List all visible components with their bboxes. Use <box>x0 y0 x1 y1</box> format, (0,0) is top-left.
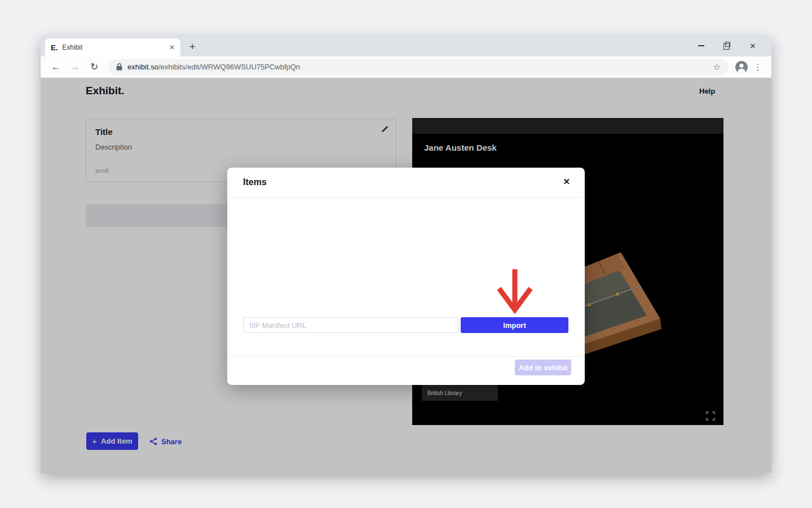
minimize-icon <box>698 45 704 46</box>
url-path: /exhibits/edit/WRWQ96WSUU75PCwbfpQn <box>158 63 300 71</box>
browser-toolbar: ← → ↻ exhibit.so/exhibits/edit/WRWQ96WSU… <box>41 56 771 78</box>
items-modal-header: Items ✕ <box>227 168 585 198</box>
browser-tab[interactable]: E. Exhibit ✕ <box>45 38 180 56</box>
new-tab-button[interactable]: + <box>184 38 201 55</box>
manifest-url-input[interactable] <box>243 317 458 333</box>
browser-menu-icon[interactable]: ⋮ <box>752 62 764 72</box>
bookmark-star-icon[interactable]: ☆ <box>713 62 721 72</box>
url-domain: exhibit.so <box>127 63 158 71</box>
tab-close-icon[interactable]: ✕ <box>169 43 175 51</box>
window-controls: ✕ <box>688 35 766 56</box>
address-bar[interactable]: exhibit.so/exhibits/edit/WRWQ96WSUU75PCw… <box>108 59 729 75</box>
url-text: exhibit.so/exhibits/edit/WRWQ96WSUU75PCw… <box>127 63 708 71</box>
window-restore-button[interactable] <box>714 35 740 56</box>
browser-window: E. Exhibit ✕ + ✕ ← → ↻ exhibit.so/exhibi… <box>41 35 771 473</box>
modal-close-icon[interactable]: ✕ <box>563 177 570 187</box>
tab-title: Exhibit <box>62 43 165 51</box>
items-modal-title: Items <box>243 177 267 187</box>
reload-button[interactable]: ↻ <box>87 61 102 73</box>
add-to-exhibit-button[interactable]: Add to exhibit <box>515 360 571 375</box>
annotation-arrow-icon <box>495 268 535 314</box>
window-close-button[interactable]: ✕ <box>740 35 766 56</box>
restore-icon <box>724 43 730 49</box>
page-content: Exhibit. Help Title Description scroll J… <box>41 78 771 473</box>
back-button[interactable]: ← <box>48 62 63 73</box>
lock-icon <box>116 63 122 71</box>
window-minimize-button[interactable] <box>688 35 714 56</box>
forward-button[interactable]: → <box>68 62 82 73</box>
modal-footer-divider <box>227 356 585 357</box>
site-favicon: E. <box>51 43 58 52</box>
profile-avatar-icon[interactable] <box>735 61 748 73</box>
close-icon: ✕ <box>750 42 756 50</box>
browser-tab-bar: E. Exhibit ✕ + ✕ <box>41 35 771 56</box>
import-button[interactable]: Import <box>461 317 568 333</box>
